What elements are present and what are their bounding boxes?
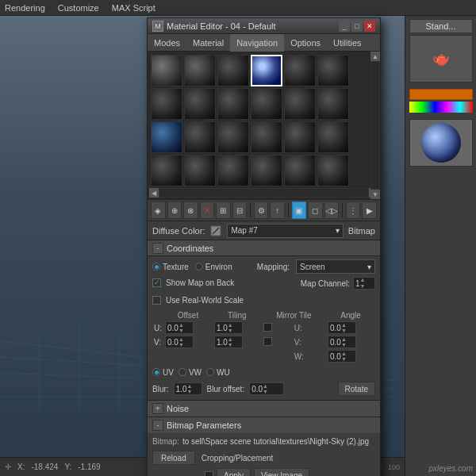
sphere-16[interactable]	[251, 121, 282, 153]
scroll-down-button[interactable]: ▼	[370, 190, 380, 199]
copy-material-btn[interactable]: ⊞	[216, 202, 231, 219]
sphere-2[interactable]	[184, 55, 216, 86]
tiling-v-down[interactable]: ▼	[228, 342, 233, 347]
show-bg-btn[interactable]: ◻	[308, 202, 323, 219]
blur-offset-up[interactable]: ▲	[263, 383, 268, 389]
wu-radio[interactable]: WU	[206, 368, 230, 377]
sphere-15[interactable]	[217, 121, 249, 153]
menu-rendering[interactable]: Rendering	[5, 3, 45, 13]
angle-u-down[interactable]: ▼	[341, 328, 347, 333]
blur-down[interactable]: ▼	[186, 389, 192, 394]
delete-btn[interactable]: ✕	[200, 202, 215, 219]
sphere-5[interactable]	[284, 55, 316, 86]
pick-material-btn[interactable]: ⚙	[254, 202, 269, 219]
sphere-19[interactable]	[151, 155, 182, 186]
texture-radio[interactable]: Texture	[152, 263, 189, 271]
menu-navigation[interactable]: Navigation	[230, 34, 284, 52]
make-preview-btn[interactable]: ▶	[362, 202, 377, 219]
angle-v-down[interactable]: ▼	[341, 342, 347, 347]
sphere-9[interactable]	[217, 88, 249, 120]
angle-v-input[interactable]: 0.0 ▲ ▼	[328, 336, 356, 348]
noise-collapse-button[interactable]: +	[152, 403, 163, 414]
offset-u-down[interactable]: ▼	[178, 328, 184, 333]
menu-maxscript[interactable]: MAX Script	[112, 3, 155, 13]
menu-customize[interactable]: Customize	[58, 3, 99, 13]
mapping-dropdown[interactable]: Screen ▾	[296, 259, 375, 274]
sphere-4-active[interactable]	[251, 55, 282, 86]
offset-v-up[interactable]: ▲	[178, 336, 184, 342]
get-material-btn[interactable]: ◈	[151, 202, 166, 219]
put-material-btn[interactable]: ⊕	[167, 202, 182, 219]
use-real-world-checkbox[interactable]	[152, 296, 161, 305]
h-scroll-track[interactable]	[159, 189, 368, 197]
apply-button[interactable]: Apply	[217, 468, 251, 476]
sphere-24[interactable]	[317, 155, 349, 186]
minimize-button[interactable]: _	[339, 21, 350, 32]
menu-modes[interactable]: Modes	[148, 34, 186, 52]
sphere-1[interactable]	[151, 55, 182, 86]
angle-u-up[interactable]: ▲	[341, 322, 347, 328]
sphere-8[interactable]	[184, 88, 216, 120]
scroll-up-button[interactable]: ▲	[370, 52, 380, 61]
sphere-14[interactable]	[184, 121, 216, 153]
tiling-v-up[interactable]: ▲	[228, 336, 233, 342]
close-button[interactable]: ✕	[364, 21, 375, 32]
color-picker-button[interactable]	[209, 225, 222, 237]
scroll-track[interactable]	[371, 62, 379, 189]
tiling-u-input[interactable]: 1.0 ▲ ▼	[214, 321, 243, 334]
uv-radio[interactable]: UV	[152, 368, 174, 377]
coordinates-collapse-button[interactable]: -	[152, 243, 163, 254]
sphere-10[interactable]	[251, 88, 282, 120]
sphere-13[interactable]	[151, 121, 182, 153]
sphere-7[interactable]	[151, 88, 182, 120]
sphere-21[interactable]	[217, 155, 249, 186]
mirror-v-checkbox[interactable]	[263, 337, 272, 346]
map-channel-down-arrow[interactable]: ▼	[360, 283, 366, 290]
scroll-left-button[interactable]: ◀	[149, 188, 159, 198]
sphere-11[interactable]	[284, 88, 316, 120]
show-in-viewport-btn[interactable]: ▣	[292, 202, 307, 219]
tiling-v-input[interactable]: 1.0 ▲ ▼	[214, 336, 243, 348]
reload-button[interactable]: Reload	[152, 451, 195, 465]
backlight-btn[interactable]: ◁▷	[324, 202, 340, 219]
show-map-back-checkbox[interactable]	[152, 278, 161, 287]
sphere-3[interactable]	[217, 55, 249, 86]
assign-material-btn[interactable]: ⊗	[183, 202, 198, 219]
bitmap-collapse-button[interactable]: -	[152, 420, 163, 431]
offset-u-up[interactable]: ▲	[178, 322, 184, 328]
apply-checkbox[interactable]	[205, 471, 213, 477]
angle-u-input[interactable]: 0.0 ▲ ▼	[328, 321, 356, 334]
blur-offset-input[interactable]: 0.0 ▲ ▼	[249, 382, 284, 395]
menu-material[interactable]: Material	[186, 34, 230, 52]
angle-v-up[interactable]: ▲	[341, 336, 347, 342]
map-channel-input[interactable]: 1 ▲ ▼	[353, 277, 375, 290]
map-to-scene-btn[interactable]: ↑	[270, 202, 285, 219]
options-btn[interactable]: ⋮	[346, 202, 361, 219]
angle-w-up[interactable]: ▲	[341, 351, 347, 356]
paste-material-btn[interactable]: ⊟	[232, 202, 248, 219]
sphere-20[interactable]	[184, 155, 216, 186]
view-image-button[interactable]: View Image	[254, 468, 309, 476]
map-channel-up-arrow[interactable]: ▲	[360, 277, 366, 283]
mirror-u-checkbox[interactable]	[263, 323, 272, 332]
map-dropdown[interactable]: Map #7 ▾	[227, 224, 343, 238]
environ-radio[interactable]: Environ	[195, 263, 232, 271]
sphere-23[interactable]	[284, 155, 316, 186]
offset-u-input[interactable]: 0.0 ▲ ▼	[165, 321, 194, 334]
sphere-18[interactable]	[317, 121, 349, 153]
tiling-u-down[interactable]: ▼	[228, 328, 233, 333]
sphere-17[interactable]	[284, 121, 316, 153]
blur-offset-down[interactable]: ▼	[263, 389, 268, 394]
offset-v-input[interactable]: 0.0 ▲ ▼	[165, 336, 194, 348]
menu-utilities[interactable]: Utilities	[327, 34, 367, 52]
vw-radio[interactable]: VW	[178, 368, 202, 377]
offset-v-down[interactable]: ▼	[178, 342, 184, 347]
tiling-u-up[interactable]: ▲	[228, 322, 233, 328]
rotate-button[interactable]: Rotate	[338, 382, 375, 396]
sphere-6[interactable]	[317, 55, 349, 86]
menu-options[interactable]: Options	[284, 34, 327, 52]
angle-w-input[interactable]: 0.0 ▲ ▼	[328, 350, 356, 363]
angle-w-down[interactable]: ▼	[341, 356, 347, 362]
sphere-22[interactable]	[251, 155, 282, 186]
maximize-button[interactable]: □	[351, 21, 363, 32]
